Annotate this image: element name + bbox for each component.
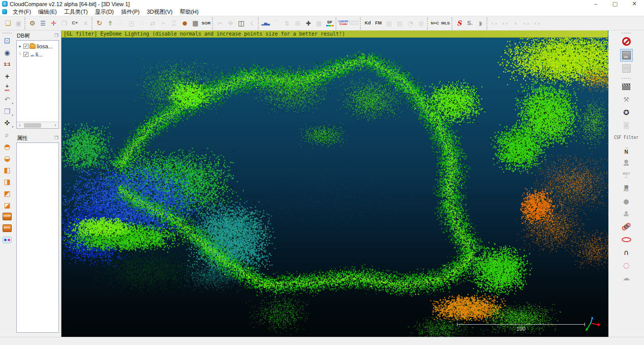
hpr-icon[interactable]: ◍HPR xyxy=(616,157,636,169)
vr-icon[interactable]: ∩ xyxy=(616,246,636,258)
north-arrow-icon[interactable]: →N xyxy=(616,144,636,157)
m3c2-icon[interactable]: M3C2∴ xyxy=(616,169,636,182)
edl-filter-icon[interactable]: EDL xyxy=(616,48,636,62)
merge-icon[interactable]: C+ xyxy=(70,17,80,30)
broom-icon[interactable]: ⚒ xyxy=(616,93,636,106)
back-iso-view-icon[interactable]: BACK xyxy=(1,222,13,234)
toolbar-handle[interactable] xyxy=(622,33,631,34)
back-view-icon[interactable]: ◨ xyxy=(1,176,13,187)
s-curve-plugin-icon[interactable]: S xyxy=(454,17,465,30)
sf-color-scale-icon[interactable]: SF xyxy=(324,17,335,30)
hull-icon[interactable]: ● xyxy=(616,195,636,208)
toolbar-handle[interactable] xyxy=(3,33,12,34)
s-dots-plugin-icon[interactable]: S. xyxy=(465,17,475,30)
histogram-icon[interactable]: ▂▅▃ xyxy=(260,17,271,30)
menu-item-3[interactable]: 显示(D) xyxy=(91,8,117,16)
display-options-icon[interactable]: ⚙ xyxy=(27,17,38,30)
close-button[interactable]: ✕ xyxy=(625,1,644,7)
scale-bar: 100 xyxy=(457,324,585,332)
sor-filter-icon[interactable]: SOR xyxy=(201,17,211,30)
float-panel-icon[interactable]: ❐ xyxy=(54,135,58,140)
kd-tree-icon[interactable]: Kd xyxy=(362,17,373,30)
point-cloud-canvas[interactable] xyxy=(62,31,608,337)
rdb-icon[interactable]: ◆RBD xyxy=(616,208,636,220)
add-sf-icon[interactable]: ✚ xyxy=(303,17,314,30)
apply-transform-icon[interactable]: ↻ xyxy=(94,17,105,30)
cloud-ruler-icon[interactable]: ☁ xyxy=(616,271,636,284)
point-picking-icon[interactable]: ✛ xyxy=(48,17,59,30)
scroll-left-icon[interactable]: ‹ xyxy=(17,123,23,128)
dropdown-arrow-icon[interactable]: ▾ xyxy=(12,102,13,105)
bottom-view-icon[interactable]: ◒ xyxy=(1,152,13,164)
menu-item-2[interactable]: 工具类(T) xyxy=(60,8,91,16)
open-icon[interactable]: ❏ xyxy=(3,17,13,30)
compass-icon[interactable]: ✪ xyxy=(616,106,636,119)
m3c2-icon-bottom: ∴ xyxy=(625,175,627,179)
no-glfilter-icon[interactable] xyxy=(616,35,636,48)
stereo-icon[interactable] xyxy=(1,234,13,246)
canupo-create-icon[interactable]: CANUPOCreate xyxy=(338,17,349,30)
properties-list-icon[interactable]: ☰ xyxy=(38,17,48,30)
zoom-tool-icon[interactable]: ⌕ xyxy=(1,129,13,140)
child-window-icon[interactable] xyxy=(2,9,7,14)
n-plus-c-icon[interactable]: N+C xyxy=(430,17,440,30)
bean-tool-icon[interactable]: ● xyxy=(179,17,190,30)
rotate-view-icon[interactable]: ↶▾ xyxy=(1,94,13,105)
front-view-icon[interactable]: ◧ xyxy=(1,164,13,176)
scroll-thumb[interactable] xyxy=(24,123,41,128)
float-panel-icon[interactable]: ❐ xyxy=(54,33,58,38)
front-iso-view-icon[interactable]: FRONT xyxy=(1,211,13,222)
translate-rotate-icon: ✜ xyxy=(225,17,236,30)
menu-item-4[interactable]: 插件(P) xyxy=(117,8,143,16)
fm-icon[interactable]: FM xyxy=(373,17,384,30)
animation-icon[interactable] xyxy=(616,80,636,93)
top-view-icon[interactable]: ◓ xyxy=(1,140,13,152)
circle-select-icon[interactable]: ◌ xyxy=(616,258,636,271)
tree-checkbox[interactable]: ✓ xyxy=(23,52,28,57)
dropdown-arrow-icon[interactable]: ▾ xyxy=(12,126,13,128)
mls-icon[interactable]: MLS xyxy=(440,17,451,30)
screenshot-icon[interactable]: ◉ xyxy=(1,47,13,59)
dropdown-arrow-icon[interactable]: ▾ xyxy=(12,114,13,117)
toolbar-separator xyxy=(622,78,631,79)
menu-items: 文件(F)编辑(E)工具类(T)显示(D)插件(P)3D视图(V)帮助(H) xyxy=(9,8,202,16)
tree-item-label[interactable]: liosa... xyxy=(37,43,53,49)
titlebar: C CloudCompare v2.12 alpha [64-bit] - [3… xyxy=(0,0,644,8)
ellipse-select-icon[interactable] xyxy=(616,233,636,246)
raster-icon[interactable]: ▦ xyxy=(190,17,201,30)
scroll-right-icon[interactable]: › xyxy=(52,123,58,128)
fullscreen-view-icon[interactable]: ⊡ xyxy=(1,35,13,47)
db-tree-hscrollbar[interactable]: ‹ › xyxy=(17,122,58,128)
left-view-icon[interactable]: ◩ xyxy=(1,187,13,199)
menu-item-5[interactable]: 3D视图(V) xyxy=(143,8,176,16)
csf-filter-button[interactable]: CSF Filter xyxy=(610,131,642,144)
disc-plugin-icon[interactable]: ◗ xyxy=(475,17,486,30)
tree-item-label[interactable]: li... xyxy=(36,51,43,58)
menu-item-0[interactable]: 文件(F) xyxy=(9,8,35,16)
right-view-icon[interactable]: ◪ xyxy=(1,199,13,211)
perspective-cube-icon[interactable]: ❒▾ xyxy=(1,105,13,117)
back-iso-view-icon-label: BACK xyxy=(3,224,12,232)
scroll-track[interactable] xyxy=(23,123,52,128)
auto-pivot-icon[interactable]: +auto xyxy=(1,82,13,94)
tree-checkbox[interactable]: ✓ xyxy=(23,44,28,49)
tree-row-0[interactable]: ▾✓liosa... xyxy=(17,42,58,50)
minimize-button[interactable]: – xyxy=(586,1,605,7)
viewport-3d[interactable]: [GL filter] EyeDome Lighting (disable no… xyxy=(61,31,608,337)
menu-item-1[interactable]: 编辑(E) xyxy=(35,8,60,16)
align-icon: ∺ xyxy=(158,17,169,30)
pan-icon[interactable]: ✜▾ xyxy=(1,117,13,129)
cross-section-icon[interactable]: ◫ xyxy=(236,17,247,30)
tree-expander-icon[interactable]: ▾ xyxy=(17,44,22,49)
point-cloud-icon: ☁ xyxy=(29,52,35,58)
segmenter-icon[interactable]: ⚙ xyxy=(616,220,636,233)
compute-normals-icon[interactable]: ⇑ xyxy=(105,17,115,30)
tree-row-1[interactable]: └✓☁li... xyxy=(17,50,58,59)
zoom-1-1-icon[interactable]: 1:1 xyxy=(1,59,13,70)
toolbar-group-6: KdFM▤▤◔◍ xyxy=(360,17,427,30)
maximize-button[interactable]: ▢ xyxy=(605,1,625,7)
pcv-icon[interactable]: ▩PCV xyxy=(616,182,636,195)
pivot-center-icon[interactable]: + xyxy=(1,70,13,82)
calculator-icon: ▦ xyxy=(314,17,324,30)
menu-item-6[interactable]: 帮助(H) xyxy=(176,8,202,16)
